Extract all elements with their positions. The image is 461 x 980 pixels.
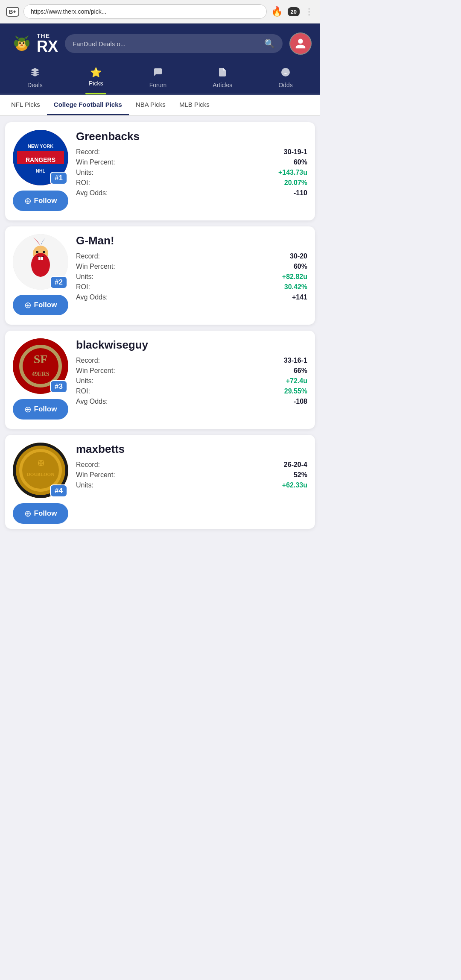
- svg-text:NEW YORK: NEW YORK: [28, 144, 53, 149]
- picker-left-4: ✠ DOUBLOON #4 ⊕ Follow: [13, 443, 68, 524]
- follow-button-3[interactable]: ⊕ Follow: [13, 399, 68, 420]
- picks-icon: ⭐: [90, 67, 102, 78]
- search-icon[interactable]: 🔍: [264, 38, 275, 49]
- avgodds-value-2: +141: [292, 293, 307, 301]
- user-avatar[interactable]: [289, 32, 312, 55]
- stats-record-3: Record: 33-16-1: [76, 357, 307, 364]
- notification-badge[interactable]: 20: [288, 7, 300, 16]
- units-value-2: +82.82u: [282, 273, 307, 281]
- record-value-1: 30-19-1: [284, 148, 307, 156]
- tab-deals-label: Deals: [27, 82, 43, 88]
- follow-button-1[interactable]: ⊕ Follow: [13, 191, 68, 211]
- follow-label-4: Follow: [34, 509, 57, 518]
- sub-nav-cfb[interactable]: College Football Picks: [47, 95, 129, 115]
- picker-card-2: #2 ⊕ Follow G-Man! Record: 30-20 Win Per…: [5, 226, 315, 325]
- rank-badge-1: #1: [50, 172, 67, 185]
- tab-forum[interactable]: Forum: [143, 64, 172, 92]
- record-value-2: 30-20: [290, 252, 307, 260]
- stats-units-2: Units: +82.82u: [76, 273, 307, 281]
- units-value-1: +143.73u: [278, 169, 307, 176]
- winpct-value-1: 60%: [294, 158, 307, 166]
- stats-record-1: Record: 30-19-1: [76, 148, 307, 156]
- picker-info-4: maxbetts Record: 26-20-4 Win Percent: 52…: [76, 443, 307, 524]
- winpct-value-4: 52%: [294, 471, 307, 479]
- avgodds-label-1: Avg Odds:: [76, 189, 108, 197]
- stats-roi-1: ROI: 20.07%: [76, 179, 307, 187]
- roi-label-2: ROI:: [76, 283, 90, 291]
- rank-badge-4: #4: [50, 484, 67, 497]
- svg-point-6: [18, 38, 25, 42]
- browser-icons: 🔥 20 ⋮: [271, 6, 314, 17]
- stats-roi-2: ROI: 30.42%: [76, 283, 307, 291]
- tab-picks[interactable]: ⭐ Picks: [83, 64, 109, 92]
- svg-text:✠: ✠: [38, 459, 44, 468]
- picker-name-4: maxbetts: [76, 443, 307, 456]
- logo[interactable]: THE RX: [9, 30, 58, 57]
- record-value-3: 33-16-1: [284, 357, 307, 364]
- record-label-3: Record:: [76, 357, 100, 364]
- units-label-4: Units:: [76, 481, 93, 489]
- svg-point-13: [281, 68, 290, 76]
- svg-point-25: [43, 251, 45, 253]
- avatar-wrapper-4: ✠ DOUBLOON #4: [13, 443, 68, 498]
- search-placeholder-text: FanDuel Deals o...: [73, 40, 125, 47]
- tab-articles-label: Articles: [213, 82, 232, 88]
- stats-units-1: Units: +143.73u: [76, 169, 307, 176]
- follow-plus-icon-4: ⊕: [24, 508, 32, 519]
- tab-deals[interactable]: Deals: [21, 64, 49, 92]
- stats-units-3: Units: +72.4u: [76, 377, 307, 385]
- user-icon: [295, 38, 306, 50]
- picker-left-1: NEW YORK RANGERS NHL #1 ⊕ Follow: [13, 130, 68, 211]
- roi-value-3: 29.55%: [284, 387, 307, 395]
- svg-point-24: [36, 251, 38, 253]
- avgodds-label-2: Avg Odds:: [76, 293, 108, 301]
- svg-text:49ERS: 49ERS: [32, 371, 49, 377]
- browser-bar: B+ https://www.therx.com/pick... 🔥 20 ⋮: [0, 0, 320, 23]
- units-value-4: +62.33u: [282, 481, 307, 489]
- roi-value-1: 20.07%: [284, 179, 307, 187]
- svg-rect-27: [41, 257, 43, 260]
- stats-winpct-4: Win Percent: 52%: [76, 471, 307, 479]
- units-label-3: Units:: [76, 377, 93, 385]
- tab-articles[interactable]: Articles: [207, 64, 238, 92]
- search-bar[interactable]: FanDuel Deals o... 🔍: [65, 34, 283, 53]
- rank-badge-2: #2: [50, 276, 67, 289]
- svg-text:NHL: NHL: [36, 168, 46, 173]
- picker-card-4: ✠ DOUBLOON #4 ⊕ Follow maxbetts Record: …: [5, 435, 315, 529]
- follow-button-4[interactable]: ⊕ Follow: [13, 503, 68, 524]
- record-value-4: 26-20-4: [284, 461, 307, 469]
- articles-icon: [217, 67, 228, 80]
- record-label-1: Record:: [76, 148, 100, 156]
- winpct-value-2: 60%: [294, 263, 307, 270]
- follow-button-2[interactable]: ⊕ Follow: [13, 295, 68, 315]
- stats-winpct-2: Win Percent: 60%: [76, 263, 307, 270]
- tab-forum-label: Forum: [149, 82, 166, 88]
- follow-label-1: Follow: [34, 197, 57, 205]
- picker-name-2: G-Man!: [76, 234, 307, 247]
- sub-nav-nfl[interactable]: NFL Picks: [4, 95, 47, 115]
- picker-left-2: #2 ⊕ Follow: [13, 234, 68, 315]
- tab-odds[interactable]: Odds: [272, 64, 298, 92]
- follow-plus-icon-3: ⊕: [24, 404, 32, 414]
- odds-icon: [280, 67, 291, 80]
- menu-dots-icon[interactable]: ⋮: [305, 6, 314, 17]
- svg-text:SF: SF: [34, 352, 48, 366]
- picker-card-3: SF 49ERS #3 ⊕ Follow blackwiseguy Record…: [5, 331, 315, 429]
- svg-point-8: [19, 42, 21, 44]
- url-bar[interactable]: https://www.therx.com/pick...: [23, 4, 267, 19]
- sub-nav: NFL Picks College Football Picks NBA Pic…: [0, 95, 320, 116]
- tab-odds-label: Odds: [278, 82, 292, 88]
- picker-info-2: G-Man! Record: 30-20 Win Percent: 60% Un…: [76, 234, 307, 315]
- deals-icon: [30, 67, 40, 80]
- avgodds-value-1: -110: [294, 189, 307, 197]
- nav-tabs: Deals ⭐ Picks Forum Articles Odds: [0, 64, 320, 95]
- avgodds-value-3: -108: [294, 398, 307, 405]
- logo-text: THE RX: [37, 33, 58, 54]
- stats-roi-3: ROI: 29.55%: [76, 387, 307, 395]
- sub-nav-mlb[interactable]: MLB Picks: [172, 95, 216, 115]
- svg-point-5: [25, 40, 29, 47]
- stats-record-4: Record: 26-20-4: [76, 461, 307, 469]
- picker-info-3: blackwiseguy Record: 33-16-1 Win Percent…: [76, 338, 307, 420]
- sub-nav-nba[interactable]: NBA Picks: [129, 95, 172, 115]
- flame-icon[interactable]: 🔥: [271, 6, 283, 17]
